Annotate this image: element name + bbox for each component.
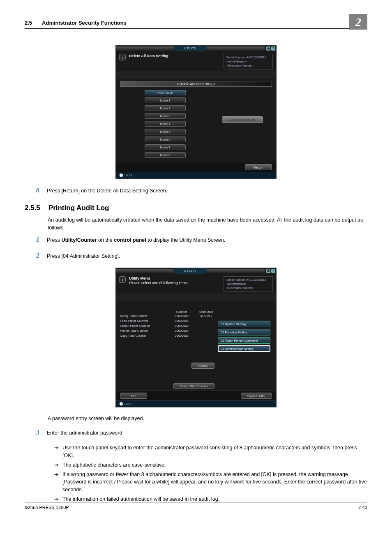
system-info-button[interactable]: System Info. bbox=[241, 393, 272, 399]
perfect-bind-counter-button[interactable]: Perfect Bind Counter bbox=[173, 383, 214, 389]
return-button[interactable]: Return bbox=[245, 164, 272, 170]
info-icon: i bbox=[119, 54, 126, 60]
screenshot-delete-all-data: UTILITY ⏻? i Delete All Data Setting Ser… bbox=[115, 45, 277, 179]
subsection-title: Printing Audit Log bbox=[48, 204, 109, 212]
footer-page: 2-43 bbox=[358, 505, 367, 510]
power-icon[interactable]: ⏻ bbox=[266, 269, 270, 273]
section-intro: An audit log will be automatically creat… bbox=[48, 216, 367, 232]
table-row: Billing Total Counter0000000001/01/12 bbox=[120, 314, 272, 319]
step-3-bullets: Use the touch panel keypad to enter the … bbox=[54, 444, 367, 503]
subsection-number: 2.5.5 bbox=[25, 204, 40, 212]
delete-section-header: < Delete All Data Setting > bbox=[120, 81, 272, 87]
serial-box: Serial Number A4E011000011 <Administrato… bbox=[224, 276, 273, 292]
step-number-1: 1 bbox=[25, 236, 39, 244]
help-icon[interactable]: ? bbox=[271, 46, 275, 51]
mode-button[interactable]: Mode 4 bbox=[145, 121, 186, 127]
step-1-text: Press Utility/Counter on the control pan… bbox=[47, 236, 367, 244]
header-rule bbox=[25, 28, 367, 29]
mode-button[interactable]: Mode 2 bbox=[145, 105, 186, 111]
mode-button[interactable]: Mode 5 bbox=[145, 129, 186, 134]
execute-deletion-button[interactable]: Execute Deletion bbox=[222, 116, 263, 123]
menu-system-setting[interactable]: 01 System Setting bbox=[218, 321, 270, 327]
menu-administrator-setting[interactable]: 04 Administrator Setting bbox=[218, 345, 270, 352]
list-item: The alphabetic characters are case-sensi… bbox=[54, 461, 367, 469]
password-screen-note: A password entry screen will be displaye… bbox=[48, 415, 367, 423]
step-2-text: Press [04 Administrator Setting]. bbox=[47, 252, 367, 260]
details-button[interactable]: Details bbox=[191, 363, 214, 369]
step-number-3: 3 bbox=[25, 428, 39, 437]
header-section-title: Administrator Security Functions bbox=[42, 20, 127, 26]
status-bar: 🕐 14:38 bbox=[116, 400, 276, 407]
utility-menu-title: Utility Menu bbox=[129, 276, 188, 281]
serial-box: Serial Number A4E011000011 <Administrato… bbox=[224, 54, 273, 69]
menu-function-setting[interactable]: 02 Function Setting bbox=[218, 329, 270, 335]
exit-button[interactable]: Exit bbox=[120, 393, 147, 399]
mode-button[interactable]: Mode 6 bbox=[145, 136, 186, 142]
power-icon[interactable]: ⏻ bbox=[266, 46, 270, 51]
header-section-num: 2.5 bbox=[25, 20, 32, 26]
panel-tab-label: UTILITY bbox=[174, 46, 207, 51]
mode-button[interactable]: Mode 3 bbox=[145, 113, 186, 119]
step-number-2: 2 bbox=[25, 252, 39, 260]
list-item: Use the touch panel keypad to enter the … bbox=[54, 444, 367, 460]
step-number-8: 8 bbox=[25, 186, 39, 195]
help-icon[interactable]: ? bbox=[271, 269, 275, 273]
erase-mode-header: Erase Mode bbox=[145, 90, 186, 95]
mode-button[interactable]: Mode 7 bbox=[145, 144, 186, 150]
status-bar: 🕐 14:38 bbox=[116, 172, 276, 178]
menu-touch-panel-adjustment[interactable]: 03 Touch Panel Adjustment bbox=[218, 337, 270, 344]
chapter-badge: 2 bbox=[349, 14, 367, 30]
mode-button[interactable]: Mode 8 bbox=[145, 152, 186, 158]
step-8-text: Press [Return] on the Delete All Data Se… bbox=[47, 186, 367, 195]
list-item: If a wrong password or fewer than 8 alph… bbox=[54, 471, 367, 494]
step-3-text: Enter the administrator password. bbox=[47, 428, 367, 437]
info-icon: i bbox=[119, 276, 126, 283]
panel-title: Delete All Data Setting bbox=[129, 54, 168, 58]
footer-product: bizhub PRESS 1250P bbox=[25, 505, 69, 510]
screenshot-utility-menu: UTILITY ⏻? i Utility Menu Please select … bbox=[115, 268, 277, 407]
panel-tab-label: UTILITY bbox=[174, 268, 207, 274]
mode-button[interactable]: Mode 1 bbox=[145, 97, 186, 103]
utility-menu-subtitle: Please select one of following items bbox=[129, 281, 188, 285]
